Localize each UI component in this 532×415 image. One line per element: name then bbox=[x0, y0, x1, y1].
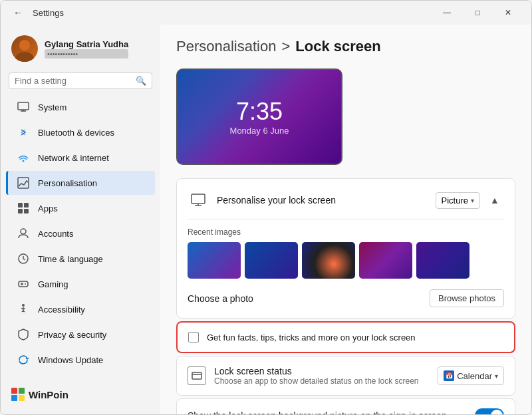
choose-photo-row: Choose a photo Browse photos bbox=[188, 289, 504, 307]
user-name: Gylang Satria Yudha bbox=[45, 39, 128, 49]
images-row bbox=[188, 242, 504, 279]
sidebar-item-apps[interactable]: Apps bbox=[6, 196, 155, 220]
sidebar-label-accessibility: Accessibility bbox=[38, 305, 85, 315]
thumb-1[interactable] bbox=[188, 242, 241, 279]
svg-rect-21 bbox=[192, 372, 201, 379]
titlebar-title: Settings bbox=[33, 8, 64, 18]
sidebar-label-accounts: Accounts bbox=[38, 229, 73, 239]
sidebar-label-network: Network & internet bbox=[38, 153, 109, 163]
sidebar: Gylang Satria Yudha •••••••••••• 🔍 Syste… bbox=[1, 25, 160, 414]
search-box: 🔍 bbox=[9, 72, 152, 89]
network-icon bbox=[17, 151, 30, 164]
fun-facts-card: Get fun facts, tips, tricks and more on … bbox=[176, 321, 515, 353]
svg-point-0 bbox=[19, 40, 30, 51]
browse-photos-button[interactable]: Browse photos bbox=[430, 289, 504, 307]
svg-rect-2 bbox=[18, 102, 29, 110]
privacy-icon bbox=[17, 328, 30, 341]
sidebar-label-update: Windows Update bbox=[38, 355, 103, 365]
sidebar-item-privacy[interactable]: Privacy & security bbox=[6, 323, 155, 346]
avatar bbox=[11, 35, 38, 62]
expand-button[interactable]: ▲ bbox=[485, 191, 504, 209]
svg-rect-7 bbox=[18, 203, 23, 208]
search-input[interactable] bbox=[15, 76, 132, 86]
accessibility-icon bbox=[17, 303, 30, 316]
svg-rect-9 bbox=[18, 209, 23, 213]
sidebar-item-system[interactable]: System bbox=[6, 95, 155, 119]
thumb-2[interactable] bbox=[245, 242, 298, 279]
minimize-button[interactable]: — bbox=[432, 2, 462, 23]
time-icon bbox=[17, 252, 30, 265]
monitor-icon bbox=[188, 190, 209, 211]
sidebar-label-bluetooth: Bluetooth & devices bbox=[38, 128, 114, 138]
card-header-personalise: Personalise your lock screen Picture ▾ ▲ bbox=[188, 190, 504, 211]
personalise-dropdown[interactable]: Picture ▾ bbox=[436, 192, 480, 209]
accounts-icon bbox=[17, 227, 30, 240]
sidebar-label-time: Time & language bbox=[38, 254, 103, 264]
svg-point-16 bbox=[25, 283, 26, 285]
sidebar-item-network[interactable]: Network & internet bbox=[6, 146, 155, 170]
fun-facts-checkbox[interactable] bbox=[188, 332, 199, 343]
svg-rect-10 bbox=[24, 209, 29, 213]
user-email: •••••••••••• bbox=[45, 49, 128, 59]
maximize-button[interactable]: □ bbox=[462, 2, 493, 23]
winpoin-logo bbox=[11, 388, 25, 401]
lock-status-title: Lock screen status bbox=[214, 366, 419, 376]
signin-bg-toggle[interactable] bbox=[475, 408, 504, 414]
recent-images-section: Recent images bbox=[188, 227, 504, 281]
personalisation-icon bbox=[17, 176, 30, 190]
user-section: Gylang Satria Yudha •••••••••••• bbox=[1, 30, 160, 72]
choose-photo-label: Choose a photo bbox=[188, 293, 253, 304]
logo-sq-yellow bbox=[19, 395, 25, 401]
lock-status-left: Lock screen status Choose an app to show… bbox=[188, 366, 419, 386]
breadcrumb-current: Lock screen bbox=[295, 38, 380, 55]
breadcrumb-parent: Personalisation bbox=[176, 38, 276, 55]
titlebar: ← Settings — □ ✕ bbox=[1, 1, 531, 25]
personalise-lock-card: Personalise your lock screen Picture ▾ ▲… bbox=[176, 178, 515, 319]
lock-preview-time: 7:35 bbox=[230, 98, 289, 126]
thumb-4[interactable] bbox=[359, 242, 412, 279]
lock-status-subtitle: Choose an app to show detailed status on… bbox=[214, 376, 419, 386]
lock-preview-content: 7:35 Monday 6 June bbox=[230, 98, 289, 136]
svg-rect-6 bbox=[18, 178, 29, 188]
sidebar-item-personalisation[interactable]: Personalisation bbox=[6, 171, 155, 195]
breadcrumb-sep: > bbox=[281, 38, 290, 55]
signin-bg-card: Show the lock screen background picture … bbox=[176, 398, 515, 414]
user-info: Gylang Satria Yudha •••••••••••• bbox=[45, 39, 128, 59]
search-icon: 🔍 bbox=[136, 76, 146, 86]
signin-bg-label: Show the lock screen background picture … bbox=[188, 410, 447, 414]
gaming-icon bbox=[17, 277, 30, 291]
toggle-knob bbox=[491, 410, 503, 414]
sidebar-label-personalisation: Personalisation bbox=[38, 178, 97, 188]
back-button[interactable]: ← bbox=[9, 3, 27, 22]
thumb-5[interactable] bbox=[416, 242, 469, 279]
lock-preview-date: Monday 6 June bbox=[230, 126, 289, 136]
thumb-3[interactable] bbox=[302, 242, 355, 279]
sidebar-item-time[interactable]: Time & language bbox=[6, 247, 155, 271]
svg-point-5 bbox=[23, 160, 25, 162]
personalise-value: Picture bbox=[442, 196, 468, 206]
sidebar-item-accessibility[interactable]: Accessibility bbox=[6, 297, 155, 321]
calendar-chevron-icon: ▾ bbox=[495, 372, 498, 380]
sidebar-item-accounts[interactable]: Accounts bbox=[6, 221, 155, 245]
titlebar-left: ← Settings bbox=[9, 3, 64, 22]
system-icon bbox=[17, 100, 30, 114]
sidebar-label-gaming: Gaming bbox=[38, 279, 68, 289]
card-right-personalise: Picture ▾ ▲ bbox=[436, 191, 504, 209]
sidebar-item-update[interactable]: Windows Update bbox=[6, 348, 155, 372]
content-area: Personalisation > Lock screen 7:35 Monda… bbox=[160, 25, 531, 414]
winpoin-text: WinPoin bbox=[29, 389, 68, 400]
fun-facts-label: Get fun facts, tips, tricks and more on … bbox=[207, 333, 416, 343]
lock-status-card: Lock screen status Choose an app to show… bbox=[176, 356, 515, 396]
titlebar-controls: — □ ✕ bbox=[432, 2, 523, 23]
close-button[interactable]: ✕ bbox=[493, 2, 523, 23]
personalise-title: Personalise your lock screen bbox=[217, 195, 336, 206]
divider-1 bbox=[188, 219, 504, 219]
calendar-dropdown[interactable]: 📅 Calendar ▾ bbox=[438, 366, 504, 385]
sidebar-item-gaming[interactable]: Gaming bbox=[6, 272, 155, 296]
svg-point-11 bbox=[21, 229, 26, 234]
sidebar-item-bluetooth[interactable]: Bluetooth & devices bbox=[6, 120, 155, 144]
logo-sq-blue bbox=[11, 395, 17, 401]
sidebar-label-apps: Apps bbox=[38, 204, 58, 213]
breadcrumb: Personalisation > Lock screen bbox=[176, 38, 515, 55]
winpoin-branding: WinPoin bbox=[1, 380, 160, 409]
